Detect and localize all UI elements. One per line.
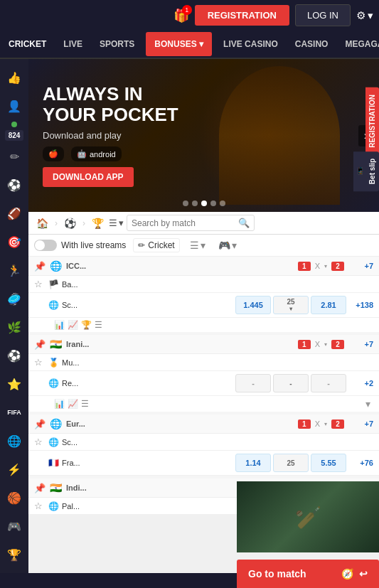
registration-side-button[interactable]: REGISTRATION: [365, 87, 379, 155]
team-name-indi-pal: Pal...: [62, 502, 80, 511]
trophy-stat-icon[interactable]: 🏆: [81, 320, 92, 330]
sidebar-icon-lightning[interactable]: ⚡: [1, 456, 27, 482]
line-chart-icon[interactable]: 📈: [68, 320, 78, 330]
betslip-side-button[interactable]: 📱 Bet slip: [353, 151, 379, 191]
nav-item-megagames[interactable]: MEGAGAMES ▾: [336, 32, 379, 56]
odd-a-irani[interactable]: -: [311, 374, 346, 392]
download-app-button[interactable]: DOWNLOAD APP: [43, 167, 134, 187]
dot-1[interactable]: [183, 201, 188, 206]
sidebar-icon-pencil[interactable]: ✏: [1, 144, 27, 169]
sports-filter-bar: 🏠 › ⚽ › 🏆 ☰ ▾ 🔍: [28, 212, 379, 235]
registration-button[interactable]: REGISTRATION: [195, 5, 289, 26]
dot-3[interactable]: [201, 201, 207, 206]
bar-chart-icon-2[interactable]: 📊: [54, 399, 65, 409]
odd-x-irani[interactable]: -: [273, 374, 309, 392]
star-icon-indi-1[interactable]: ☆: [34, 501, 46, 511]
bar-chart-icon[interactable]: 📊: [54, 320, 65, 330]
nav-item-live[interactable]: LIVE: [55, 32, 91, 56]
toggle-label: With live streams: [61, 240, 126, 250]
expand-button-irani[interactable]: ▾: [365, 398, 370, 410]
sport-list-button[interactable]: ☰ ▾: [187, 238, 208, 252]
nav-item-casino[interactable]: CASINO: [287, 32, 337, 56]
odd-a-eur[interactable]: 5.55: [311, 454, 346, 472]
stat-icons-irani: 📊 📈 ☰ ▾: [28, 396, 379, 412]
sidebar-icon-soccer[interactable]: ⚽: [1, 343, 27, 368]
star-icon-icc-1[interactable]: ☆: [34, 279, 46, 289]
team-info-eur-sc: Sc...: [62, 437, 373, 447]
gift-button[interactable]: 🎁 1: [174, 8, 189, 23]
sidebar-icon-disc[interactable]: 🥏: [1, 286, 27, 311]
gift-badge: 1: [182, 5, 192, 15]
goto-match-bar[interactable]: Go to match 🧭 ↩: [237, 560, 379, 588]
breadcrumb-sep-1: ›: [55, 218, 58, 228]
dot-5[interactable]: [220, 201, 225, 206]
sidebar-icon-sports[interactable]: 🏈: [1, 201, 27, 226]
betslip-icon: 📱: [356, 167, 364, 176]
match-group-icc: 📌 🌐 ICC... 1 X ▾ 2 +7 ☆ 🏴 Ba...: [28, 257, 379, 332]
sport-list-chevron-icon: ▾: [201, 240, 205, 251]
match-thumbnail: 🏏: [237, 481, 379, 552]
toggle-control[interactable]: [34, 240, 57, 251]
odd-h-eur[interactable]: 1.14: [235, 454, 271, 472]
nav-item-bonuses[interactable]: BONUSES ▾: [146, 32, 212, 56]
ball-icon[interactable]: ⚽: [62, 215, 78, 231]
odd-x-eur[interactable]: 25: [273, 454, 309, 472]
odd-h-icc[interactable]: 1.445: [235, 296, 271, 314]
pin-icon-icc[interactable]: 📌: [34, 261, 46, 272]
pin-icon-irani[interactable]: 📌: [34, 339, 46, 350]
line-chart-icon-2[interactable]: 📈: [68, 399, 78, 409]
compass-icon[interactable]: 🧭: [341, 568, 353, 579]
apple-badge[interactable]: 🍎: [43, 146, 64, 161]
cricket-tag[interactable]: ✏ Cricket: [133, 238, 179, 252]
more-odds-icc[interactable]: +7: [348, 262, 373, 270]
sidebar-icon-star[interactable]: ⭐: [1, 371, 27, 397]
dot-2[interactable]: [192, 201, 198, 206]
sidebar-icon-fifa[interactable]: FIFA: [1, 400, 27, 425]
more-odds-irani[interactable]: +7: [348, 340, 373, 348]
sidebar-icon-run[interactable]: 🏃: [1, 257, 27, 283]
nav-item-live-casino[interactable]: LIVE CASINO: [215, 32, 287, 56]
nav-item-cricket[interactable]: CRICKET: [0, 32, 55, 56]
team-name-eur-fra: Fra...: [62, 459, 80, 467]
android-badge[interactable]: 🤖 android: [71, 146, 122, 161]
trophy-icon[interactable]: 🏆: [90, 215, 106, 231]
odd-x-icc[interactable]: 25 ▾: [273, 296, 309, 314]
list-stat-icon-2[interactable]: ☰: [81, 399, 89, 409]
search-input[interactable]: [132, 218, 238, 228]
sidebar-icon-globe[interactable]: 🌐: [1, 428, 27, 454]
chevron-irani: ▾: [324, 341, 327, 348]
pin-icon-eur[interactable]: 📌: [34, 419, 46, 429]
more-markets-icc[interactable]: +138: [348, 301, 373, 309]
sidebar-icon-football[interactable]: ⚽: [1, 172, 27, 198]
match-list: 📌 🌐 ICC... 1 X ▾ 2 +7 ☆ 🏴 Ba...: [28, 257, 379, 515]
login-button[interactable]: LOG IN: [295, 4, 351, 26]
pin-icon-indi[interactable]: 📌: [34, 483, 46, 493]
dot-4[interactable]: [210, 201, 216, 206]
home-icon[interactable]: 🏠: [34, 215, 50, 231]
sidebar-icon-target[interactable]: 🎯: [1, 229, 27, 255]
more-odds-eur[interactable]: +7: [348, 419, 373, 428]
sidebar-icon-trophy[interactable]: 🏆: [1, 542, 27, 567]
star-icon-irani-1[interactable]: ☆: [34, 357, 46, 368]
flag-icon-eur-fra: 🇫🇷: [48, 458, 59, 468]
nav-item-sports[interactable]: SPORTS: [91, 32, 143, 56]
back-icon[interactable]: ↩: [359, 568, 368, 579]
sidebar-icon-leaf[interactable]: 🌿: [1, 314, 27, 340]
settings-button[interactable]: ⚙ ▾: [356, 9, 373, 22]
search-icon[interactable]: 🔍: [238, 218, 250, 228]
list-stat-icon[interactable]: ☰: [95, 320, 102, 330]
star-icon-eur-1[interactable]: ☆: [34, 437, 46, 447]
list-filter-button[interactable]: ☰ ▾: [109, 218, 124, 228]
gamepad-button[interactable]: 🎮 ▾: [215, 238, 240, 252]
live-streams-toggle[interactable]: With live streams: [34, 240, 126, 251]
sidebar-icon-gamepad[interactable]: 🎮: [1, 513, 27, 539]
list-icon: ☰: [109, 218, 117, 228]
sidebar-icon-person[interactable]: 👤: [1, 93, 27, 119]
sidebar-icon-thumbsup[interactable]: 👍: [1, 65, 27, 90]
odd-h-irani[interactable]: -: [235, 374, 271, 392]
more-markets-irani[interactable]: +2: [348, 379, 373, 387]
sidebar-icon-basketball[interactable]: 🏀: [1, 485, 27, 511]
odd-a-icc[interactable]: 2.81: [311, 296, 346, 314]
more-markets-eur[interactable]: +76: [348, 459, 373, 467]
settings-icon: ⚙: [356, 9, 365, 22]
